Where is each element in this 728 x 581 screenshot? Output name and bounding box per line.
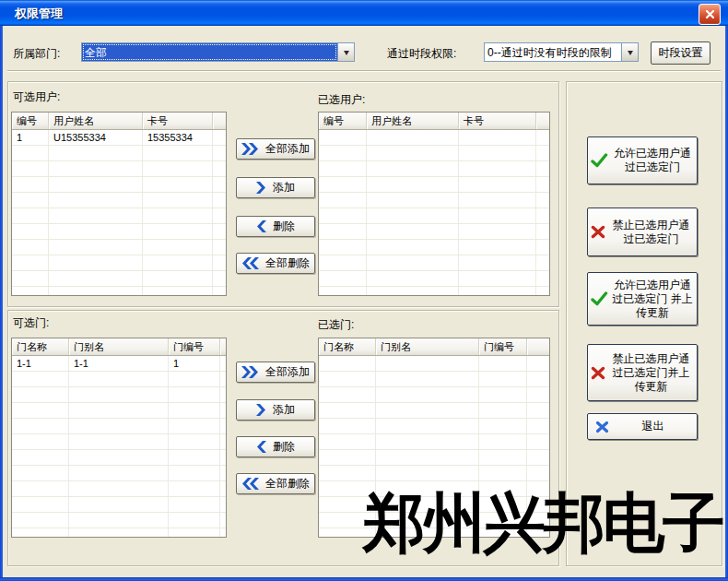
allow-button[interactable]: 允许已选用户通过已选定门 [587,136,698,184]
users-add-all-label: 全部添加 [265,141,310,157]
table-row-empty [319,403,549,419]
doors-remove-label: 删除 [273,439,295,455]
column-header[interactable]: 门编号 [479,338,527,355]
timeperiod-label: 通过时段权限: [387,46,456,62]
deny-upload-button[interactable]: 禁止已选用户通过已选定门并上传更新 [587,344,698,401]
column-header[interactable] [527,338,550,355]
table-header: 编号用户姓名卡号 [319,113,549,130]
deny-upload-button-label: 禁止已选用户通过已选定门并上传更新 [608,352,694,394]
timeset-button[interactable]: 时段设置 [651,42,710,65]
department-dropdown-button[interactable] [337,43,354,61]
doors-remove-all-button[interactable]: 全部删除 [236,473,315,494]
doors-add-all-label: 全部添加 [265,364,310,380]
column-header[interactable]: 卡号 [143,113,213,129]
selected-doors-label: 已选门: [318,317,354,333]
table-row-empty [319,287,549,295]
table-row-empty [12,161,226,177]
table-row-empty [12,240,226,255]
column-header[interactable]: 门名称 [319,338,376,355]
cell [213,130,226,145]
chevron-down-icon [344,51,349,58]
table-body [319,130,549,295]
exit-button[interactable]: 退出 [587,413,698,440]
table-row-empty [319,146,549,161]
deny-button-label: 禁止已选用户通过已选定门 [608,219,694,246]
table-row-empty [319,419,549,434]
table-row-empty [12,193,226,208]
table-row-empty [319,271,549,287]
table-row-empty [319,224,549,240]
table-row[interactable]: 1U1535533415355334 [12,130,226,146]
table-row-empty [12,208,226,224]
table-header: 编号用户姓名卡号 [12,113,226,130]
column-header[interactable] [536,113,550,129]
cell: 1 [169,356,220,371]
users-add-all-button[interactable]: 全部添加 [236,138,315,160]
column-header[interactable]: 门编号 [169,338,220,355]
table-row-empty [12,434,226,450]
available-doors-label: 可选门: [13,315,49,331]
column-header[interactable]: 门名称 [12,338,69,355]
divider [7,70,721,72]
double-right-chevron-icon [241,366,259,378]
blue-x-icon [595,421,609,433]
table-row-empty [12,146,226,161]
table-row-empty [12,287,226,295]
table-row-empty [319,434,549,450]
table-row-empty [12,450,226,466]
table-row-empty [319,240,549,255]
column-header[interactable]: 用户姓名 [49,113,143,129]
cell: U15355334 [49,130,143,145]
table-body: 1U1535533415355334 [12,130,226,295]
table-row-empty [12,255,226,271]
chevron-down-icon [628,51,633,58]
red-x-icon [591,366,605,380]
left-chevron-icon [256,220,266,232]
available-users-table[interactable]: 编号用户姓名卡号1U1535533415355334 [11,112,227,296]
available-doors-table[interactable]: 门名称门别名门编号1-11-11 [11,338,227,538]
close-button[interactable] [699,4,721,25]
doors-add-all-button[interactable]: 全部添加 [236,362,315,383]
table-row-empty [12,224,226,240]
users-remove-button[interactable]: 删除 [236,216,315,237]
table-row-empty [319,255,549,271]
table-row-empty [319,387,549,403]
table-row-empty [12,497,226,513]
cell: 1-1 [12,356,69,371]
column-header[interactable]: 编号 [12,113,49,129]
table-row[interactable]: 1-11-11 [12,356,226,372]
column-header[interactable] [213,113,227,129]
doors-remove-button[interactable]: 删除 [236,436,315,457]
cell: 15355334 [143,130,213,145]
users-remove-all-button[interactable]: 全部删除 [236,253,315,274]
table-row-empty [12,528,226,537]
cell: 1-1 [69,356,169,371]
column-header[interactable]: 编号 [319,113,367,129]
column-header[interactable] [220,338,227,355]
doors-add-button[interactable]: 添加 [236,399,315,421]
doors-add-label: 添加 [273,402,295,418]
column-header[interactable]: 门别名 [69,338,169,355]
double-right-chevron-icon [241,143,259,155]
table-row-empty [12,271,226,287]
selected-users-label: 已选用户: [318,92,365,108]
column-header[interactable]: 用户姓名 [367,113,459,129]
table-row-empty [12,419,226,434]
allow-upload-button[interactable]: 允许已选用户通过已选定门 并上传更新 [587,272,698,326]
users-add-button[interactable]: 添加 [236,177,315,198]
deny-button[interactable]: 禁止已选用户通过已选定门 [587,208,698,256]
timeperiod-dropdown-button[interactable] [621,43,638,61]
titlebar[interactable]: 权限管理 [0,0,728,26]
table-row-empty [12,403,226,419]
right-chevron-icon [256,404,266,416]
permission-management-window: 权限管理 所属部门: 全部 通过时段权限: 0--通过时没有时段的限制 时段设置… [0,0,728,581]
table-header: 门名称门别名门编号 [319,338,549,356]
column-header[interactable]: 卡号 [459,113,536,129]
selected-users-table[interactable]: 编号用户姓名卡号 [318,112,550,296]
timeperiod-select[interactable]: 0--通过时没有时段的限制 [484,42,639,62]
check-icon [591,153,608,168]
column-header[interactable]: 门别名 [376,338,479,355]
department-select[interactable]: 全部 [81,42,355,62]
cell [220,356,226,371]
timeset-button-label: 时段设置 [659,45,703,61]
